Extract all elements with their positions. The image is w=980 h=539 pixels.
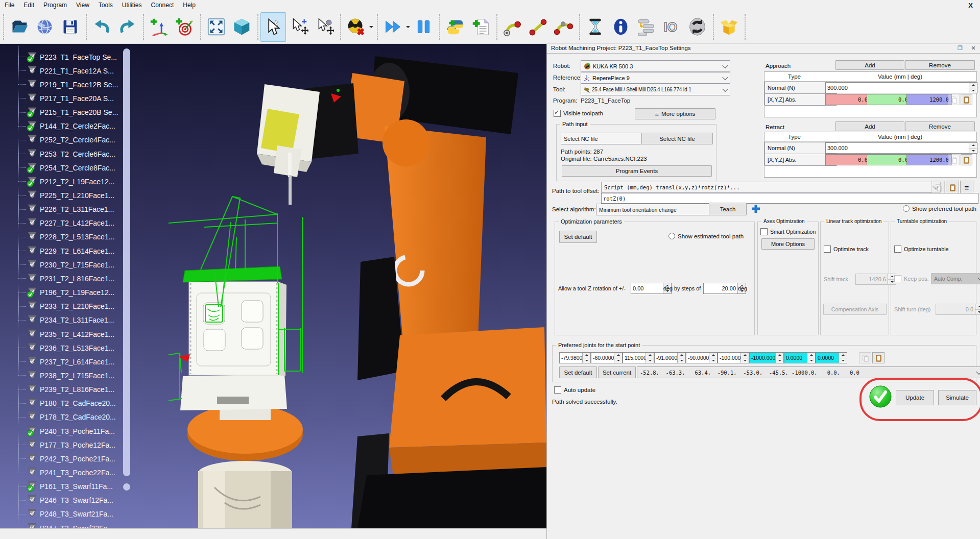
tree-item-p246-t3-swarf12fa[interactable]: P246_T3_Swarf12Fa...	[0, 494, 113, 507]
menu-utilities[interactable]: Utilities	[117, 1, 147, 10]
retract-remove-button[interactable]: Remove	[905, 121, 975, 131]
tree-scrollbar[interactable]	[123, 48, 130, 476]
algorithm-select[interactable]: Minimum tool orientation change	[596, 204, 718, 215]
retract-y-value[interactable]: 0.0	[867, 154, 911, 165]
approach-value-1[interactable]: 300.000	[825, 82, 977, 93]
program-events-button[interactable]: Program Events	[562, 165, 712, 177]
axes-more-options-button[interactable]: More Options	[761, 238, 815, 250]
copy-icon[interactable]	[948, 94, 960, 105]
add-algorithm-icon[interactable]	[751, 204, 761, 214]
export-simulation-button[interactable]	[716, 12, 742, 42]
tree-item-p252-t2-cercle4fac[interactable]: P252_T2_Cercle4Fac...	[0, 133, 115, 147]
paste-icon[interactable]	[961, 94, 972, 105]
menu-view[interactable]: View	[71, 1, 94, 10]
joint-4-input[interactable]: -91.0000	[654, 352, 686, 363]
tree-item-p228-t2-l513face1[interactable]: P228_T2_L513Face1...	[0, 230, 114, 244]
tree-item-p237-t2-l614face1[interactable]: P237_T2_L614Face1...	[0, 355, 114, 369]
tree-item-p254-t2-cercle8fac[interactable]: P254_T2_Cercle8Fac...	[0, 161, 115, 175]
robot-select[interactable]: KUKA KR 500 3	[581, 60, 730, 72]
copy-icon[interactable]	[931, 181, 945, 194]
io-button[interactable]: IO	[659, 12, 684, 42]
joint-8-input[interactable]: 0.0000	[784, 352, 816, 363]
approach-z-value[interactable]: 1200.0	[906, 94, 952, 105]
paste-icon[interactable]	[872, 352, 885, 363]
fit-all-button[interactable]	[203, 12, 229, 42]
joint-7-input[interactable]: -1000.0000	[749, 352, 784, 363]
paste-icon[interactable]	[946, 181, 959, 194]
visible-toolpath-checkbox[interactable]: Visible toolpath	[554, 110, 603, 117]
menu-tools[interactable]: Tools	[94, 1, 117, 10]
reference-select[interactable]: ReperePiece 9	[581, 72, 730, 84]
paste-icon[interactable]	[961, 154, 972, 165]
approach-y-value[interactable]: 0.0	[867, 94, 911, 105]
add-target-button[interactable]	[172, 12, 197, 42]
tree-item-p240-t3-poche11fa[interactable]: P240_T3_Poche11Fa...	[0, 424, 115, 438]
dropdown-caret-icon[interactable]	[369, 13, 374, 41]
tree-item-p225-t2-l210face1[interactable]: P225_T2_L210Face1...	[0, 189, 114, 203]
tree-item-p180-t2-cadface20[interactable]: P180_T2_CadFace20...	[0, 397, 116, 410]
redo-button[interactable]	[114, 12, 140, 42]
pause-button[interactable]	[411, 12, 436, 42]
tree-item-p196-t2-l19face12[interactable]: P196_T2_L19Face12...	[0, 286, 114, 300]
auto-update-checkbox[interactable]: Auto update	[554, 386, 595, 394]
move-robot-button[interactable]	[312, 12, 337, 42]
isometric-view-button[interactable]	[229, 12, 254, 42]
program-structure-button[interactable]	[633, 12, 659, 42]
panel-title-bar[interactable]: Robot Machining Project: P223_T1_FaceTop…	[547, 43, 980, 54]
simulation-speed-button[interactable]	[582, 12, 608, 42]
tree-item-p223-t1-facetop-se[interactable]: P223_T1_FaceTop Se...	[0, 50, 117, 64]
tree-item-p226-t2-l311face1[interactable]: P226_T2_L311Face1...	[0, 203, 114, 216]
open-project-button[interactable]	[6, 12, 32, 42]
copy-icon[interactable]	[859, 352, 871, 363]
teach-button[interactable]: Teach	[709, 203, 747, 215]
joints-set-current-button[interactable]: Set current	[598, 366, 636, 378]
show-preferred-radio[interactable]: Show preferred tool path	[903, 205, 976, 212]
linear-move-button[interactable]	[525, 12, 551, 42]
tree-item-p221-t1-face12a-s[interactable]: P221_T1_Face12A S...	[0, 64, 114, 78]
nc-file-select[interactable]: Select NC file	[561, 133, 650, 144]
path-offset-script-select[interactable]: Script (mm,deg) transl(x,y,z)*rotz(rz)*.…	[601, 182, 941, 193]
menu-file[interactable]: File	[0, 1, 19, 10]
tree-item-p230-t2-l715face1[interactable]: P230_T2_L715Face1...	[0, 258, 114, 272]
joint-5-input[interactable]: -90.0000	[686, 352, 718, 363]
tree-item-p219-t1-face12b-se[interactable]: P219_T1_Face12B Se...	[0, 78, 118, 91]
path-offset-input[interactable]: rotZ(0)	[601, 193, 978, 204]
tree-item-p238-t2-l715face1[interactable]: P238_T2_L715Face1...	[0, 369, 114, 382]
set-default-button[interactable]: Set default	[559, 231, 597, 243]
copy-icon[interactable]	[948, 154, 960, 165]
add-program-file-button[interactable]	[468, 12, 493, 42]
info-button[interactable]	[608, 12, 633, 42]
undo-button[interactable]	[89, 12, 114, 42]
tree-item-p239-t2-l816face1[interactable]: P239_T2_L816Face1...	[0, 383, 114, 397]
dropdown-caret-icon[interactable]	[405, 13, 411, 41]
select-button[interactable]	[260, 12, 286, 42]
tree-item-p235-t2-l412face1[interactable]: P235_T2_L412Face1...	[0, 327, 114, 341]
tool-select[interactable]: 25.4 Face Mill / Shell Mill D25.4 L166.7…	[581, 84, 730, 95]
tree-item-p215-t1-face20b-se[interactable]: P215_T1_Face20B Se...	[0, 106, 118, 119]
move-reference-button[interactable]	[286, 12, 312, 42]
optimize-track-checkbox[interactable]: Optimize track	[824, 246, 869, 253]
retract-value-1[interactable]: 300.000	[825, 142, 977, 154]
current-joints-select[interactable]: -52.8, -63.3, 63.4, -90.1, -53.0, -45.5,…	[637, 366, 980, 378]
open-online-library-button[interactable]	[32, 12, 57, 42]
menu-help[interactable]: Help	[178, 1, 200, 10]
approach-x-value[interactable]: 0.0	[825, 94, 871, 105]
script-menu-button[interactable]: ≡	[960, 181, 973, 194]
tree-item-p236-t2-l513face1[interactable]: P236_T2_L513Face1...	[0, 341, 114, 355]
tree-item-p231-t2-l816face1[interactable]: P231_T2_L816Face1...	[0, 272, 114, 285]
float-panel-icon[interactable]: ❐	[955, 44, 965, 52]
approach-add-button[interactable]: Add	[835, 60, 904, 70]
menu-edit[interactable]: Edit	[19, 1, 39, 10]
fast-simulate-button[interactable]	[380, 12, 405, 42]
tree-item-p144-t2-cercle2fac[interactable]: P144_T2_Cercle2Fac...	[0, 119, 115, 133]
add-python-button[interactable]	[442, 12, 468, 42]
joint-9-input[interactable]: 0.0000	[816, 352, 847, 363]
tree-item-p241-t3-poche22fa[interactable]: P241_T3_Poche22Fa...	[0, 466, 115, 480]
collision-check-button[interactable]	[343, 12, 369, 42]
tree-item-p248-t3-swarf21fa[interactable]: P248_T3_Swarf21Fa...	[0, 507, 113, 521]
joint-3-input[interactable]: 115.0000	[623, 352, 654, 363]
run-loop-button[interactable]	[684, 12, 710, 42]
menu-connect[interactable]: Connect	[147, 1, 179, 10]
optimize-turntable-checkbox[interactable]: Optimize turntable	[894, 246, 949, 253]
tree-item-p229-t2-l614face1[interactable]: P229_T2_L614Face1...	[0, 244, 114, 258]
